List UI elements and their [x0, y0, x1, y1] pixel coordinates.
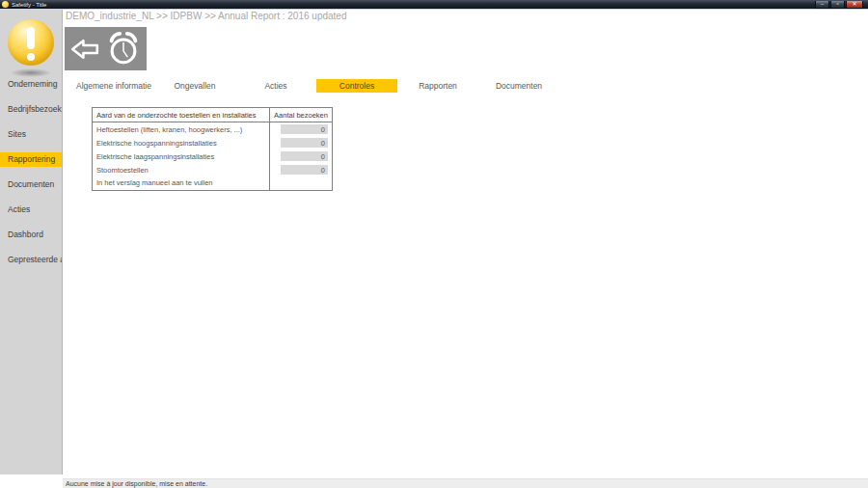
sphere-shadow [10, 68, 52, 77]
device-type-label: In het verslag manueel aan te vullen [93, 176, 270, 190]
maximize-button[interactable]: ▫ [830, 1, 845, 9]
status-bar: Aucune mise à jour disponible, mise en a… [63, 478, 868, 488]
device-type-label: Heftoestellen (liften, kranen, hoogwerke… [93, 122, 270, 137]
sidebar-nav: Onderneming Bedrijfsbezoek Sites Rapport… [0, 77, 62, 278]
tab-rapporten[interactable]: Rapporten [397, 79, 478, 93]
warning-sphere-icon [8, 19, 54, 66]
sidebar-item-dashbord[interactable]: Dashbord [0, 228, 62, 242]
tab-documenten[interactable]: Documenten [478, 79, 559, 93]
tab-controles[interactable]: Controles [316, 79, 397, 93]
device-type-label: Elektrische hoogspanningsinstallaties [93, 136, 270, 149]
sidebar-item-rapportering[interactable]: Rapportering [0, 152, 62, 167]
visit-count-input[interactable] [281, 138, 328, 148]
table-row: Elektrische laagspanningsinstallaties [93, 149, 333, 163]
alarm-clock-icon[interactable] [105, 31, 142, 68]
minimize-button[interactable]: – [815, 1, 829, 9]
window-title: Safetify - Title [12, 2, 46, 8]
titlebar: Safetify - Title – ▫ ✕ [0, 0, 868, 10]
visit-count-input[interactable] [281, 165, 328, 175]
table-row: In het verslag manueel aan te vullen [93, 176, 333, 190]
column-header-visit-count: Aantal bezoeken [270, 108, 333, 122]
table-header-row: Aard van de onderzochte toestellen en in… [93, 108, 333, 122]
visit-count-input[interactable] [281, 124, 328, 134]
tab-acties[interactable]: Acties [235, 79, 316, 93]
device-type-label: Elektrische laagspanningsinstallaties [93, 149, 270, 163]
status-message: Aucune mise à jour disponible, mise en a… [66, 480, 207, 487]
table-row: Elektrische hoogspanningsinstallaties [93, 136, 333, 149]
tab-algemene-informatie[interactable]: Algemene informatie [73, 79, 154, 93]
sidebar-item-sites[interactable]: Sites [0, 127, 62, 142]
breadcrumb: DEMO_industrie_NL >> IDPBW >> Annual Rep… [66, 11, 346, 21]
app-logo-icon [2, 1, 9, 8]
window-controls: – ▫ ✕ [815, 1, 863, 9]
close-button[interactable]: ✕ [846, 1, 863, 9]
sidebar-item-gepresteerde-arbeid[interactable]: Gepresteerde arbeid [0, 253, 62, 267]
table-row: Stoomtoestellen [93, 163, 333, 176]
sidebar: Onderneming Bedrijfsbezoek Sites Rapport… [0, 10, 63, 474]
controls-table: Aard van de onderzochte toestellen en in… [92, 107, 333, 191]
sidebar-item-documenten[interactable]: Documenten [0, 177, 62, 192]
sidebar-item-bedrijfsbezoek[interactable]: Bedrijfsbezoek [0, 102, 62, 117]
table-row: Heftoestellen (liften, kranen, hoogwerke… [93, 122, 333, 137]
sidebar-item-acties[interactable]: Acties [0, 203, 62, 217]
toolbar [65, 27, 147, 70]
column-header-device-type: Aard van de onderzochte toestellen en in… [93, 108, 270, 122]
tab-ongevallen[interactable]: Ongevallen [154, 79, 235, 93]
tab-bar: Algemene informatieOngevallenActiesContr… [73, 79, 559, 93]
sidebar-item-onderneming[interactable]: Onderneming [0, 77, 62, 92]
back-icon[interactable] [69, 37, 100, 62]
visit-count-input[interactable] [281, 151, 328, 161]
device-type-label: Stoomtoestellen [93, 163, 270, 176]
